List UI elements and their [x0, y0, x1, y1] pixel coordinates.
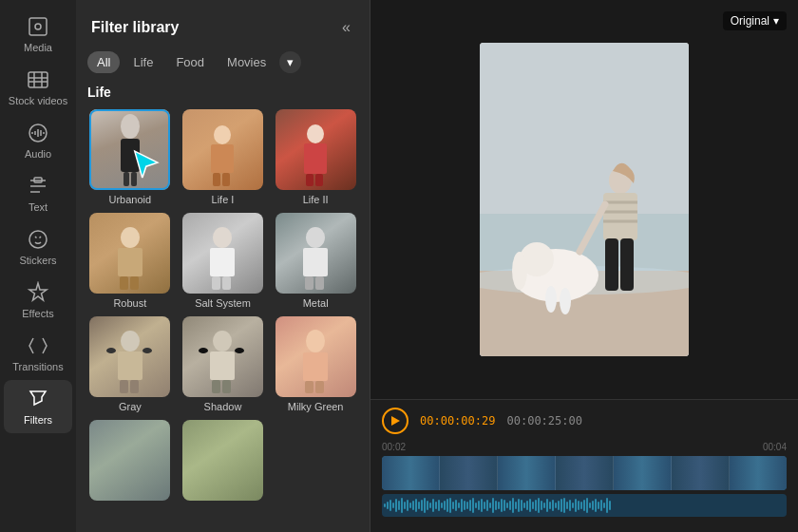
filter-item-milky-green[interactable]: Milky Green [273, 316, 358, 412]
svg-rect-16 [304, 143, 327, 174]
filter-label-urbanoid: Urbanoid [109, 194, 152, 205]
filter-label-robust: Robust [113, 297, 146, 309]
svg-rect-42 [222, 380, 231, 393]
filter-thumb-salt [182, 213, 263, 294]
tab-all[interactable]: All [87, 51, 120, 73]
filter-scroll-area: Life [76, 85, 370, 532]
panel-header: Filter library « [76, 0, 370, 51]
preview-original-label[interactable]: Original ▾ [723, 11, 787, 30]
svg-rect-21 [120, 276, 128, 290]
sidebar-item-stickers[interactable]: Stickers [4, 220, 72, 274]
filter-item-robust[interactable]: Robust [87, 213, 173, 309]
filter-item-life1[interactable]: Life I [180, 109, 266, 205]
svg-rect-34 [142, 348, 152, 353]
svg-point-31 [121, 331, 140, 352]
filter-library-panel: Filter library « All Life Food Movies ▾ … [76, 0, 370, 532]
filter-label-milky: Milky Green [288, 401, 344, 412]
svg-rect-29 [305, 276, 314, 290]
filter-thumb-extra2 [182, 420, 263, 501]
chevron-down-icon: ▾ [287, 55, 294, 69]
panel-close-button[interactable]: « [338, 15, 354, 40]
filter-item-extra2[interactable] [180, 420, 266, 504]
right-area: Original ▾ 00:00:00:29 00:00:25:00 00:02… [370, 0, 798, 532]
filter-thumb-milky [276, 316, 356, 397]
panel-title: Filter library [91, 19, 179, 36]
svg-point-43 [306, 330, 325, 352]
filter-thumb-extra1 [89, 420, 170, 501]
filter-item-extra1[interactable] [87, 420, 173, 504]
total-time: 00:00:25:00 [506, 414, 581, 428]
svg-rect-35 [120, 380, 128, 393]
video-track: splash.jpg 00:05:00 [382, 456, 787, 490]
ruler-mark-2: 00:04 [584, 442, 787, 452]
svg-rect-44 [303, 352, 328, 381]
dropdown-icon: ▾ [773, 14, 779, 28]
filter-thumb-metal [276, 213, 356, 294]
svg-rect-17 [306, 174, 314, 186]
svg-rect-18 [315, 174, 323, 186]
svg-rect-36 [130, 380, 139, 393]
filter-label-life2: Life II [303, 194, 329, 205]
svg-rect-45 [305, 381, 314, 393]
svg-rect-9 [131, 172, 137, 186]
filter-item-shadow[interactable]: Shadow [180, 316, 266, 412]
svg-rect-33 [106, 348, 116, 353]
sidebar-item-media[interactable]: Media [4, 8, 72, 61]
svg-rect-22 [130, 276, 139, 290]
category-tabs: All Life Food Movies ▾ [76, 51, 370, 85]
svg-point-55 [560, 288, 571, 314]
sidebar-item-filters[interactable]: Filters [4, 380, 72, 433]
sidebar: Media Stock videos Audio Text Stickers E… [0, 0, 76, 532]
filter-item-salt-system[interactable]: Salt System [180, 213, 266, 309]
filter-label-salt: Salt System [195, 297, 251, 309]
svg-point-37 [213, 331, 232, 352]
sidebar-item-effects[interactable]: Effects [4, 274, 72, 327]
svg-rect-57 [603, 193, 637, 240]
filter-item-metal[interactable]: Metal [273, 213, 358, 309]
filter-label-gray: Gray [119, 401, 142, 412]
sidebar-item-audio[interactable]: Audio [4, 114, 72, 167]
filter-thumb-life1 [182, 109, 263, 190]
filter-label-life1: Life I [212, 194, 235, 205]
timeline-area: 00:00:00:29 00:00:25:00 00:02 00:04 spla… [370, 399, 798, 532]
svg-rect-46 [315, 381, 324, 393]
svg-rect-24 [210, 248, 235, 276]
svg-rect-13 [213, 173, 220, 186]
svg-rect-14 [222, 173, 230, 186]
filter-label-metal: Metal [303, 297, 329, 309]
original-text: Original [731, 14, 770, 28]
filter-grid: Urbanoid Life I [87, 109, 358, 504]
svg-point-1 [35, 24, 41, 29]
more-categories-button[interactable]: ▾ [279, 51, 301, 73]
sidebar-item-transitions[interactable]: Transitions [4, 327, 72, 380]
preview-image [480, 43, 689, 356]
svg-rect-2 [28, 72, 48, 87]
filter-item-gray[interactable]: Gray [87, 316, 173, 412]
svg-rect-30 [315, 276, 324, 290]
sidebar-item-stock-videos[interactable]: Stock videos [4, 61, 72, 114]
audio-waveform: (() => { const bars = document.querySele… [384, 496, 785, 515]
tab-life[interactable]: Life [124, 51, 162, 73]
filter-item-life2[interactable]: Life II [273, 109, 358, 205]
play-button[interactable] [382, 408, 408, 434]
cursor-arrow [131, 147, 162, 180]
ruler-mark-1: 00:02 [382, 442, 584, 452]
svg-point-6 [121, 114, 140, 139]
svg-rect-61 [605, 238, 618, 291]
svg-point-54 [545, 286, 557, 313]
preview-area: Original ▾ [370, 0, 798, 399]
svg-rect-25 [212, 276, 220, 290]
svg-rect-41 [212, 380, 220, 393]
svg-rect-8 [124, 172, 129, 186]
svg-marker-10 [135, 151, 158, 178]
svg-rect-20 [118, 248, 142, 276]
sidebar-item-text[interactable]: Text [4, 167, 72, 220]
audio-track: (() => { const bars = document.querySele… [382, 494, 787, 517]
svg-point-11 [214, 125, 231, 144]
filter-item-urbanoid[interactable]: Urbanoid [87, 109, 173, 205]
svg-rect-39 [199, 348, 208, 353]
svg-rect-0 [29, 18, 47, 35]
svg-point-27 [306, 227, 325, 248]
tab-food[interactable]: Food [166, 51, 214, 73]
tab-movies[interactable]: Movies [218, 51, 276, 73]
